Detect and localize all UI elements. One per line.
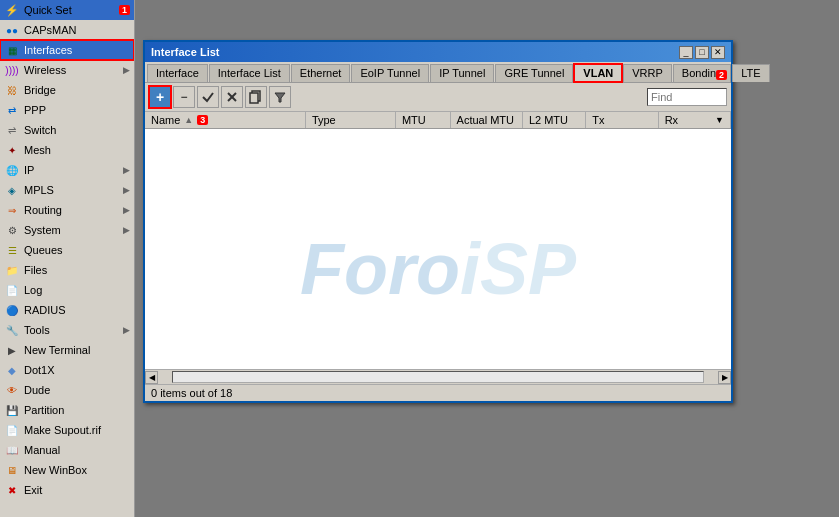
system-icon: ⚙	[4, 222, 20, 238]
sidebar-item-capsman[interactable]: ●● CAPsMAN	[0, 20, 134, 40]
mesh-icon: ✦	[4, 142, 20, 158]
tab-eoip-tunnel[interactable]: EoIP Tunnel	[351, 64, 429, 82]
sidebar-label-dot1x: Dot1X	[24, 364, 55, 376]
copy-button[interactable]	[245, 86, 267, 108]
sidebar-item-dude[interactable]: 👁 Dude	[0, 380, 134, 400]
sidebar-item-files[interactable]: 📁 Files	[0, 260, 134, 280]
sidebar-item-switch[interactable]: ⇌ Switch	[0, 120, 134, 140]
mpls-arrow: ▶	[123, 185, 130, 195]
sidebar-item-tools[interactable]: 🔧 Tools ▶	[0, 320, 134, 340]
sidebar-item-ip[interactable]: 🌐 IP ▶	[0, 160, 134, 180]
dude-icon: 👁	[4, 382, 20, 398]
sidebar-item-queues[interactable]: ☰ Queues	[0, 240, 134, 260]
sidebar-label-routing: Routing	[24, 204, 62, 216]
tools-icon: 🔧	[4, 322, 20, 338]
queues-icon: ☰	[4, 242, 20, 258]
sidebar: ⚡ Quick Set 1 ●● CAPsMAN ▦ Interfaces ))…	[0, 0, 135, 517]
sidebar-label-system: System	[24, 224, 61, 236]
new-terminal-icon: ▶	[4, 342, 20, 358]
tab-interface[interactable]: Interface	[147, 64, 208, 82]
switch-icon: ⇌	[4, 122, 20, 138]
sidebar-item-mpls[interactable]: ◈ MPLS ▶	[0, 180, 134, 200]
sidebar-item-radius[interactable]: 🔵 RADIUS	[0, 300, 134, 320]
col-header-rx[interactable]: Rx ▼	[659, 112, 731, 128]
disable-button[interactable]	[221, 86, 243, 108]
tabs-row: Interface Interface List Ethernet EoIP T…	[145, 62, 731, 83]
maximize-button[interactable]: □	[695, 46, 709, 59]
tab-vlan[interactable]: VLAN	[574, 64, 622, 82]
minimize-button[interactable]: _	[679, 46, 693, 59]
sidebar-label-new-terminal: New Terminal	[24, 344, 90, 356]
toolbar: + −	[145, 83, 731, 112]
sidebar-item-bridge[interactable]: ⛓ Bridge	[0, 80, 134, 100]
tab-ethernet[interactable]: Ethernet	[291, 64, 351, 82]
sidebar-label-files: Files	[24, 264, 47, 276]
ip-arrow: ▶	[123, 165, 130, 175]
sidebar-item-system[interactable]: ⚙ System ▶	[0, 220, 134, 240]
col-header-actual-mtu[interactable]: Actual MTU	[451, 112, 523, 128]
sidebar-item-mesh[interactable]: ✦ Mesh	[0, 140, 134, 160]
badge-3: 3	[197, 115, 208, 125]
ppp-icon: ⇄	[4, 102, 20, 118]
svg-rect-3	[250, 93, 258, 103]
filter-button[interactable]	[269, 86, 291, 108]
col-header-l2mtu[interactable]: L2 MTU	[523, 112, 586, 128]
ip-icon: 🌐	[4, 162, 20, 178]
sidebar-label-new-winbox: New WinBox	[24, 464, 87, 476]
scroll-track[interactable]	[172, 371, 704, 383]
wireless-icon: ))))	[4, 62, 20, 78]
watermark-part2: iSP	[460, 228, 576, 310]
status-text: 0 items out of 18	[151, 387, 232, 399]
sidebar-item-wireless[interactable]: )))) Wireless ▶	[0, 60, 134, 80]
table-header: Name ▲ 3 Type MTU Actual MTU L2 MTU Tx R…	[145, 112, 731, 129]
badge-2: 2	[716, 70, 727, 80]
sidebar-item-routing[interactable]: ⇒ Routing ▶	[0, 200, 134, 220]
sidebar-item-new-winbox[interactable]: 🖥 New WinBox	[0, 460, 134, 480]
sidebar-item-ppp[interactable]: ⇄ PPP	[0, 100, 134, 120]
tab-ip-tunnel[interactable]: IP Tunnel	[430, 64, 494, 82]
rx-dropdown[interactable]: ▼	[715, 115, 724, 125]
close-button[interactable]: ✕	[711, 46, 725, 59]
enable-button[interactable]	[197, 86, 219, 108]
sidebar-label-tools: Tools	[24, 324, 50, 336]
remove-button[interactable]: −	[173, 86, 195, 108]
sidebar-label-partition: Partition	[24, 404, 64, 416]
col-header-tx[interactable]: Tx	[586, 112, 658, 128]
sidebar-item-interfaces[interactable]: ▦ Interfaces	[0, 40, 134, 60]
disable-icon	[225, 90, 239, 104]
find-input[interactable]	[647, 88, 727, 106]
sidebar-item-dot1x[interactable]: ◆ Dot1X	[0, 360, 134, 380]
sidebar-item-quick-set[interactable]: ⚡ Quick Set 1	[0, 0, 134, 20]
sidebar-label-ip: IP	[24, 164, 34, 176]
partition-icon: 💾	[4, 402, 20, 418]
col-header-name[interactable]: Name ▲ 3	[145, 112, 306, 128]
sidebar-item-new-terminal[interactable]: ▶ New Terminal	[0, 340, 134, 360]
col-header-type[interactable]: Type	[306, 112, 396, 128]
scroll-left-button[interactable]: ◀	[145, 371, 158, 384]
sidebar-item-manual[interactable]: 📖 Manual	[0, 440, 134, 460]
find-box	[647, 88, 727, 106]
window-title: Interface List	[151, 46, 219, 58]
bridge-icon: ⛓	[4, 82, 20, 98]
tab-gre-tunnel[interactable]: GRE Tunnel	[495, 64, 573, 82]
log-icon: 📄	[4, 282, 20, 298]
sidebar-label-interfaces: Interfaces	[24, 44, 72, 56]
interfaces-icon: ▦	[4, 42, 20, 58]
scroll-right-button[interactable]: ▶	[718, 371, 731, 384]
sidebar-item-make-supout[interactable]: 📄 Make Supout.rif	[0, 420, 134, 440]
sort-arrow: ▲	[184, 115, 193, 125]
sidebar-item-log[interactable]: 📄 Log	[0, 280, 134, 300]
table-body: Foro iSP	[145, 129, 731, 369]
tab-vrrp[interactable]: VRRP	[623, 64, 672, 82]
system-arrow: ▶	[123, 225, 130, 235]
routing-icon: ⇒	[4, 202, 20, 218]
routing-arrow: ▶	[123, 205, 130, 215]
sidebar-item-partition[interactable]: 💾 Partition	[0, 400, 134, 420]
tab-lte[interactable]: LTE	[732, 64, 769, 82]
add-button[interactable]: +	[149, 86, 171, 108]
sidebar-item-exit[interactable]: ✖ Exit	[0, 480, 134, 500]
horizontal-scrollbar[interactable]: ◀ ▶	[145, 369, 731, 384]
tab-interface-list[interactable]: Interface List	[209, 64, 290, 82]
col-header-mtu[interactable]: MTU	[396, 112, 451, 128]
manual-icon: 📖	[4, 442, 20, 458]
